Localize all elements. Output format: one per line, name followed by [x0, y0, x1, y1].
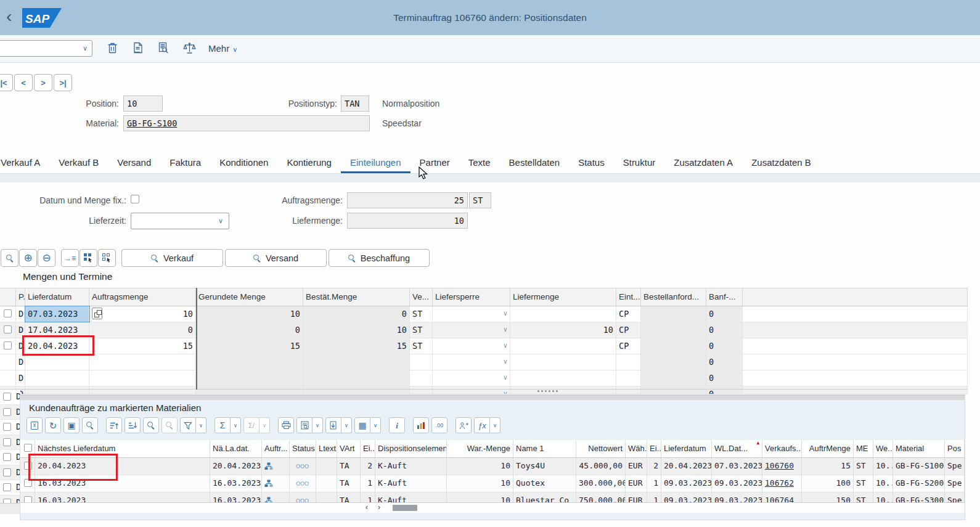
formula-button-menu-chevron[interactable]: ∨	[490, 417, 500, 433]
column-header-p[interactable]: P.	[16, 288, 25, 306]
column-header-ve[interactable]: Ve...	[410, 288, 433, 306]
column-header-nae_la_dat[interactable]: Nä.La.dat.	[210, 440, 262, 457]
column-header-wl_dat[interactable]: WL.Dat...▲	[712, 440, 762, 457]
column-header-bestellanford[interactable]: Bestellanford...	[641, 288, 706, 306]
cell-ve[interactable]	[410, 386, 433, 394]
cell-sel[interactable]	[0, 370, 16, 386]
splitter-handle[interactable]	[537, 390, 558, 392]
row-checkbox[interactable]	[3, 453, 11, 461]
master-data-button[interactable]	[455, 417, 472, 433]
column-header-war_menge[interactable]: War.-Menge	[447, 440, 513, 457]
cell-eint[interactable]: CP	[616, 322, 641, 338]
cell-ve[interactable]: ST	[410, 306, 433, 322]
cell-ve[interactable]	[410, 354, 433, 370]
row-checkbox[interactable]	[3, 468, 11, 476]
tab-verkauf-b[interactable]: Verkauf B	[49, 153, 108, 173]
tab-texte[interactable]: Texte	[459, 153, 500, 173]
cell-liefersperre[interactable]: ∨	[433, 354, 510, 370]
beschaffung-button[interactable]: Beschaffung	[329, 249, 430, 267]
cell-lieferdatum[interactable]	[25, 370, 89, 386]
tab-bestelldaten[interactable]: Bestelldaten	[500, 153, 570, 173]
column-header-waehr[interactable]: Wäh...	[626, 440, 647, 457]
row-checkbox[interactable]	[3, 408, 11, 416]
column-header-ltext[interactable]: Ltext ...	[316, 440, 337, 457]
tab-kontierung[interactable]: Kontierung	[277, 153, 341, 173]
copy-overlay-icon[interactable]	[92, 308, 102, 319]
cell-liefersperre[interactable]: ∨	[433, 322, 510, 338]
column-header-material[interactable]: Material	[893, 440, 945, 457]
decimals-button[interactable]: .00	[431, 417, 447, 433]
row-checkbox[interactable]	[3, 483, 11, 491]
scrollbar-left-button[interactable]: ‹	[365, 504, 368, 512]
cell-eint[interactable]	[616, 370, 641, 386]
export-grid-button[interactable]: x	[27, 417, 43, 433]
positionstyp-field[interactable]: TAN	[341, 96, 369, 112]
trash-icon[interactable]	[105, 41, 119, 55]
cell-ve[interactable]: ST	[410, 338, 433, 354]
sales-order-link[interactable]: 106762	[762, 475, 802, 492]
cell-liefermenge[interactable]	[510, 370, 616, 386]
save-layout-button[interactable]: ▣	[63, 417, 80, 433]
column-header-verkaufs[interactable]: Verkaufs...	[762, 440, 802, 457]
next-item-button[interactable]: >	[34, 74, 52, 91]
last-item-button[interactable]: >|	[54, 74, 72, 91]
versand-button[interactable]: Versand	[225, 249, 327, 267]
refresh-button[interactable]: ↻	[45, 417, 61, 433]
column-header-auftragsmenge[interactable]: Auftragsmenge	[89, 288, 196, 306]
cell-auftragsmenge[interactable]: 0	[89, 322, 196, 338]
tab-partner[interactable]: Partner	[410, 153, 459, 173]
formula-button[interactable]: ƒx	[474, 417, 490, 433]
column-header-lieferdatum[interactable]: Lieferdatum	[25, 288, 89, 306]
cell-liefermenge[interactable]	[510, 354, 616, 370]
scrollbar-thumb[interactable]	[393, 505, 417, 511]
layout-button-menu-chevron[interactable]: ∨	[370, 417, 381, 433]
column-header-auftr_menge[interactable]: AuftrMenge	[802, 440, 854, 457]
previous-item-button[interactable]: <	[14, 74, 33, 91]
tab-zusatzdaten-a[interactable]: Zusatzdaten A	[664, 153, 742, 173]
print-button[interactable]	[278, 417, 294, 433]
cell-eint[interactable]: CP	[616, 306, 641, 322]
cell-p[interactable]: D	[16, 306, 25, 322]
column-header-sel[interactable]	[0, 288, 16, 306]
column-header-lieferdatum[interactable]: Lieferdatum	[661, 440, 712, 457]
liefersperre-dropdown-chevron[interactable]: ∨	[503, 338, 507, 353]
column-header-liefersperre[interactable]: Liefersperre	[433, 288, 510, 306]
column-header-nettowert[interactable]: Nettowert	[576, 440, 626, 457]
delete-line-button[interactable]: ⊖	[38, 249, 55, 267]
lieferzeit-dropdown[interactable]: ∨	[131, 213, 229, 229]
row-checkbox[interactable]	[24, 496, 32, 502]
row-checkbox[interactable]	[3, 423, 11, 431]
cell-ve[interactable]	[410, 370, 433, 386]
cell-auftragsmenge[interactable]	[89, 354, 196, 370]
liefersperre-dropdown-chevron[interactable]: ∨	[503, 322, 507, 337]
tab-struktur[interactable]: Struktur	[614, 153, 665, 173]
command-field[interactable]: ∨	[0, 40, 92, 57]
sum-button-menu-chevron[interactable]: ∨	[231, 417, 241, 433]
views-button-menu-chevron[interactable]: ∨	[312, 417, 323, 433]
column-header-eint[interactable]: Eint...	[616, 288, 641, 306]
column-header-ei1[interactable]: Ei...	[361, 440, 375, 457]
sales-order-link[interactable]: 106760	[762, 458, 802, 475]
tab-status[interactable]: Status	[569, 153, 614, 173]
material-field[interactable]: GB-FG-S100	[123, 115, 370, 131]
cell-lieferdatum[interactable]	[25, 386, 89, 394]
tab-zusatzdaten-b[interactable]: Zusatzdaten B	[742, 153, 820, 173]
column-header-status[interactable]: Status	[290, 440, 316, 457]
cell-lieferdatum[interactable]	[25, 354, 89, 370]
deselect-all-button[interactable]	[98, 249, 116, 267]
verkauf-button[interactable]: Verkauf	[121, 249, 223, 267]
column-header-name1[interactable]: Name 1	[513, 440, 576, 457]
details-button[interactable]	[1, 249, 18, 267]
column-header-me[interactable]: ME	[854, 440, 873, 457]
cell-sel[interactable]	[0, 306, 16, 322]
cell-auftragsmenge[interactable]	[89, 370, 196, 386]
column-header-auftr[interactable]: Auftr...	[262, 440, 290, 457]
cell-p[interactable]: D	[16, 370, 25, 386]
cell-auftragsmenge[interactable]: 10	[89, 306, 196, 322]
panel-drag-bar[interactable]	[20, 395, 965, 400]
cell-liefersperre[interactable]: ∨	[433, 306, 510, 322]
cell-liefersperre[interactable]: ∨	[433, 338, 510, 354]
liefersperre-dropdown-chevron[interactable]: ∨	[503, 386, 507, 394]
info-button[interactable]: i	[389, 417, 405, 433]
column-header-liefermenge[interactable]: Liefermenge	[510, 288, 616, 306]
